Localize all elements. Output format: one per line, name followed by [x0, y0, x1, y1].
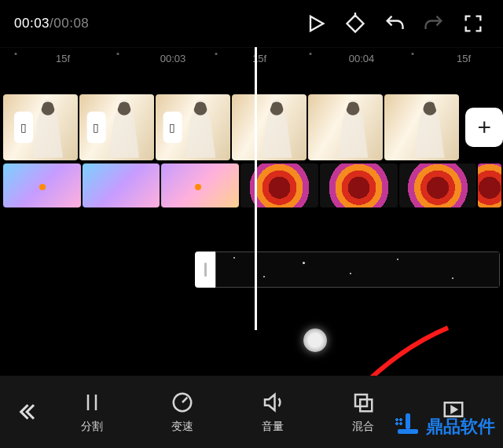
effect-clip[interactable]	[320, 163, 398, 207]
clip-thumb[interactable]	[384, 94, 459, 160]
effect-clip[interactable]	[83, 163, 160, 207]
effect-clip[interactable]	[478, 163, 501, 207]
main-video-track[interactable]: ▯ ▯ ▯ +	[0, 94, 503, 160]
tool-split[interactable]: 分割	[47, 391, 138, 434]
transition-button[interactable]: ▯	[86, 112, 105, 143]
clip-thumb[interactable]	[308, 94, 383, 160]
tool-label: 混合	[352, 420, 374, 434]
redo-button[interactable]	[418, 8, 450, 39]
blend-icon	[351, 391, 375, 414]
tool-label: 音量	[262, 420, 284, 434]
ruler-tick: 00:03	[160, 53, 186, 64]
tool-label: 分割	[81, 420, 103, 434]
watermark-icon	[395, 413, 421, 440]
ruler-tick: 00:04	[349, 53, 375, 64]
back-button[interactable]	[5, 391, 47, 433]
fullscreen-button[interactable]	[457, 8, 489, 39]
playhead[interactable]	[255, 47, 257, 330]
add-clip-button[interactable]: +	[465, 108, 503, 147]
effect-track[interactable]	[0, 163, 503, 207]
total-duration: 00:08	[53, 16, 89, 31]
tool-volume[interactable]: 音量	[228, 391, 318, 434]
volume-icon	[261, 391, 285, 414]
split-icon	[80, 391, 104, 414]
ruler-tick: 15f	[457, 53, 471, 64]
watermark-text: 鼎品软件	[426, 415, 495, 439]
effect-clip[interactable]	[240, 163, 318, 207]
ruler-tick: 15f	[56, 53, 70, 64]
clip-thumb[interactable]: ▯	[79, 94, 154, 160]
clip-handle-left[interactable]	[195, 252, 215, 288]
play-button[interactable]	[300, 8, 332, 39]
transition-button[interactable]: ▯	[14, 112, 33, 143]
overlay-clip[interactable]	[195, 252, 500, 288]
scrubber-handle[interactable]	[303, 329, 327, 352]
timeline-ruler[interactable]: 15f 00:03 15f 00:04 15f	[0, 47, 503, 72]
clip-thumb[interactable]: ▯	[3, 94, 78, 160]
watermark: 鼎品软件	[391, 410, 498, 443]
ruler-dot	[310, 53, 312, 55]
track-node	[195, 184, 201, 190]
overlay-clip-body[interactable]	[215, 252, 500, 288]
ruler-dot	[215, 53, 218, 55]
ruler-dot	[15, 53, 17, 55]
tool-label: 变速	[171, 420, 193, 434]
effect-clip[interactable]	[399, 163, 477, 207]
current-time: 00:03	[14, 16, 50, 31]
speed-icon	[171, 391, 194, 414]
ruler-dot	[117, 53, 119, 55]
tool-speed[interactable]: 变速	[138, 391, 228, 434]
transition-button[interactable]: ▯	[163, 112, 182, 143]
undo-button[interactable]	[379, 8, 410, 39]
ruler-dot	[412, 53, 414, 55]
keyframe-button[interactable]	[340, 8, 371, 39]
track-node	[39, 184, 46, 190]
clip-thumb[interactable]	[232, 94, 307, 160]
clip-thumb[interactable]: ▯	[156, 94, 230, 160]
